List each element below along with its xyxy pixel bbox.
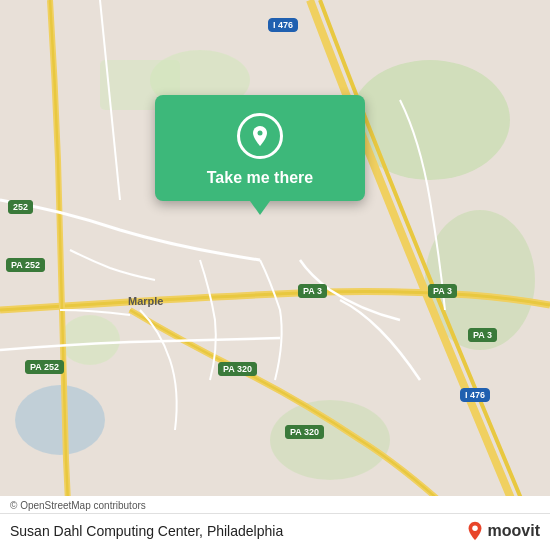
map-container: I 476 252 PA 252 PA 252 PA 3 PA 3 PA 3 P… [0,0,550,550]
popup-card: Take me there [155,95,365,201]
road-badge-pa320-center: PA 320 [218,362,257,376]
road-badge-pa3-center: PA 3 [298,284,327,298]
svg-point-6 [60,315,120,365]
bottom-bar: © OpenStreetMap contributors Susan Dahl … [0,496,550,550]
take-me-there-button[interactable]: Take me there [207,169,313,187]
road-badge-pa252-sw: PA 252 [6,258,45,272]
road-badge-pa3-east: PA 3 [428,284,457,298]
location-icon-circle [237,113,283,159]
svg-point-8 [472,526,478,532]
map-roads-svg [0,0,550,550]
moovit-brand-text: moovit [488,522,540,540]
svg-point-7 [258,131,263,136]
road-badge-pa3-e2: PA 3 [468,328,497,342]
svg-point-2 [15,385,105,455]
attribution-text: © OpenStreetMap contributors [0,496,550,513]
road-badge-pa252-s: PA 252 [25,360,64,374]
moovit-pin-icon [464,520,486,542]
moovit-logo: moovit [464,520,540,542]
svg-point-5 [270,400,390,480]
road-badge-252: 252 [8,200,33,214]
road-badge-i476-north: I 476 [268,18,298,32]
road-badge-pa320-se: PA 320 [285,425,324,439]
marple-label: Marple [128,295,163,307]
location-label-text: Susan Dahl Computing Center, Philadelphi… [10,523,283,539]
location-label-bar: Susan Dahl Computing Center, Philadelphi… [0,513,550,550]
location-pin-icon [248,124,272,148]
road-badge-i476-south: I 476 [460,388,490,402]
